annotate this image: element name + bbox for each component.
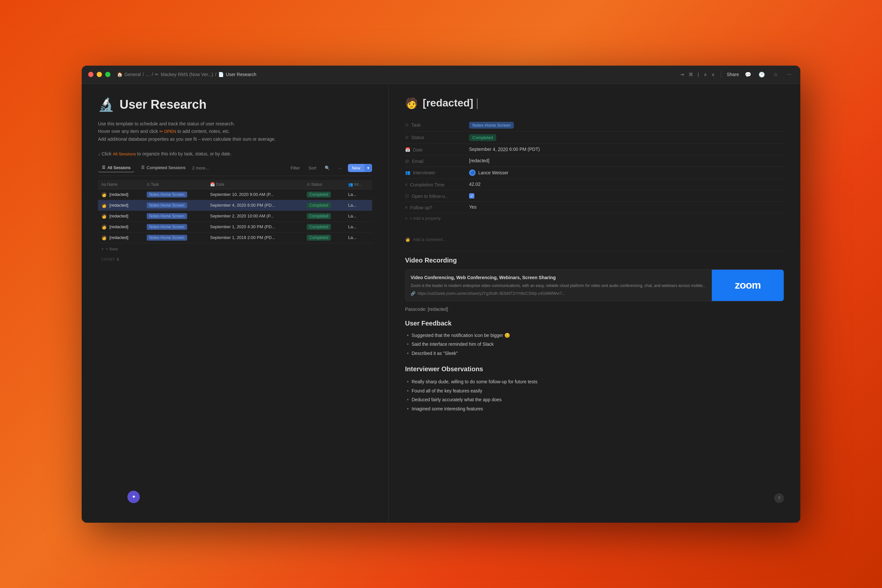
help-button[interactable]: ?: [774, 494, 784, 503]
more-menu-icon[interactable]: ···: [785, 70, 794, 79]
link-icon: 🔗: [411, 291, 416, 296]
all-sessions-link[interactable]: All Sessions: [113, 152, 136, 156]
close-button[interactable]: [88, 72, 93, 77]
interviewer-value[interactable]: 🔵 Lance Weisser: [469, 170, 784, 176]
plus-icon: +: [101, 246, 104, 251]
breadcrumb-ellipsis: ...: [146, 72, 150, 77]
table-row[interactable]: 🧑 [redacted] Notes Home Screen September…: [98, 221, 372, 232]
tab-all-sessions[interactable]: ☰ All Sessions: [98, 164, 135, 172]
cell-date: September 1, 2019 2:00 PM (PD...: [207, 232, 304, 243]
cursor: [477, 99, 478, 109]
count-row: COUNT 8: [98, 255, 372, 264]
open-link[interactable]: ✏ OPEN: [159, 129, 176, 134]
down-arrow-icon[interactable]: ∨: [711, 72, 715, 77]
breadcrumb-page-icon: 📄: [218, 72, 224, 77]
clock-icon[interactable]: 🕐: [757, 70, 766, 79]
cell-status: Completed: [304, 211, 345, 221]
page-emoji: 🔬: [98, 97, 114, 112]
completion-time-value[interactable]: 42.02: [469, 182, 784, 187]
observations-list: Really sharp dude, willing to do some fo…: [405, 378, 784, 413]
col-interviewer: 👥 Int...: [345, 180, 372, 189]
breadcrumb-current[interactable]: User Research: [226, 72, 256, 77]
avatar: 🔵: [469, 170, 476, 176]
comment-icon[interactable]: 💬: [744, 70, 753, 79]
task-prop-icon: ⊙: [405, 122, 409, 128]
table-header-row: Aa Name ⊙ Task 📅 Date ⊙ Status 👥 Int...: [98, 180, 372, 189]
more-tabs-btn[interactable]: 2 more...: [192, 165, 209, 170]
sort-button[interactable]: Sort: [306, 164, 319, 172]
breadcrumb-pencil-icon: ✏: [155, 72, 159, 77]
task-value[interactable]: Notes Home Screen: [469, 122, 784, 129]
email-label: Email: [412, 159, 423, 164]
row-emoji: 🧑: [101, 213, 107, 219]
more-toolbar-icon[interactable]: ···: [336, 164, 345, 172]
row-emoji: 🧑: [101, 192, 107, 197]
tab-all-sessions-label: All Sessions: [107, 165, 131, 170]
desc-line2: Hover over any item and click ✏ OPEN to …: [98, 128, 372, 135]
sidebar-toggle-btn[interactable]: ✦: [128, 491, 140, 503]
sidebar-toggle-icon[interactable]: ⇥: [680, 72, 684, 77]
filter-button[interactable]: Filter: [288, 164, 302, 172]
list-item: Deduced fairly accurately what the app d…: [405, 396, 784, 404]
table-row[interactable]: 🧑 [redacted] Notes Home Screen September…: [98, 232, 372, 243]
date-label: Date: [413, 147, 423, 153]
new-button-group: New ▾: [348, 164, 372, 172]
video-title: Video Conferencing, Web Conferencing, We…: [411, 275, 706, 280]
tab-completed-sessions[interactable]: ☰ Completed Sessions: [137, 164, 189, 172]
count-label: COUNT: [101, 257, 115, 262]
table-row[interactable]: 🧑 [redacted] Notes Home Screen September…: [98, 211, 372, 221]
prop-follow-up: ≡ Follow up? Yes: [405, 202, 784, 213]
video-card[interactable]: Video Conferencing, Web Conferencing, We…: [405, 269, 784, 302]
email-value[interactable]: [redacted]: [469, 158, 784, 163]
new-button[interactable]: New: [348, 164, 364, 172]
checkbox-checked[interactable]: ✓: [469, 193, 474, 198]
tab-completed-icon: ☰: [141, 165, 145, 170]
task-label: Task: [411, 122, 421, 128]
name-sort-icon: Aa: [101, 182, 107, 187]
cursor-icon[interactable]: ⌘: [689, 72, 693, 77]
new-button-arrow[interactable]: ▾: [364, 164, 372, 172]
status-value[interactable]: Completed: [469, 134, 784, 141]
properties-section: ⊙ Task Notes Home Screen ⊙ Status: [405, 119, 784, 224]
name-text: [redacted]: [110, 203, 128, 208]
table-row[interactable]: 🧑 [redacted] Notes Home Screen September…: [98, 189, 372, 200]
cell-date: September 1, 2020 4:30 PM (PD...: [207, 221, 304, 232]
date-value[interactable]: September 4, 2020 6:00 PM (PDT): [469, 147, 784, 152]
status-prop-icon: ⊙: [405, 135, 409, 140]
cell-date: September 4, 2020 6:00 PM (PD...: [207, 200, 304, 211]
breadcrumb-general[interactable]: General: [125, 72, 141, 77]
table-row[interactable]: 🧑 [redacted] Notes Home Screen September…: [98, 200, 372, 211]
breadcrumb-parent[interactable]: Mackey RMS (Now Ver...): [161, 72, 213, 77]
maximize-button[interactable]: [105, 72, 110, 77]
video-info: Video Conferencing, Web Conferencing, We…: [406, 270, 712, 301]
cell-interviewer: La...: [345, 189, 372, 200]
traffic-lights: [88, 72, 110, 77]
main-content: 🔬 User Research Use this template to sch…: [82, 84, 800, 523]
add-property-btn[interactable]: + + Add a property: [405, 213, 784, 224]
sidebar-toggle-icon: ✦: [132, 494, 136, 500]
star-icon[interactable]: ☆: [771, 70, 780, 79]
minimize-button[interactable]: [97, 72, 102, 77]
row-emoji: 🧑: [101, 235, 107, 240]
right-panel: 🧑 [redacted] ⊙ Task Notes Home: [389, 84, 800, 523]
add-comment-field[interactable]: 🧑 Add a comment...: [405, 233, 784, 246]
follow-up-value[interactable]: Yes: [469, 204, 784, 210]
sessions-table: Aa Name ⊙ Task 📅 Date ⊙ Status 👥 Int...: [98, 180, 372, 243]
toolbar-actions: Filter Sort 🔍 ··· New ▾: [288, 164, 372, 172]
prop-task: ⊙ Task Notes Home Screen: [405, 119, 784, 132]
video-recording-title: Video Recording: [405, 256, 784, 264]
desc-line1: Use this template to schedule and track …: [98, 120, 372, 128]
col-status: ⊙ Status: [304, 180, 345, 189]
add-new-row-btn[interactable]: + + New: [98, 243, 372, 255]
search-icon[interactable]: 🔍: [322, 164, 332, 172]
share-button[interactable]: Share: [727, 72, 739, 77]
up-arrow-icon[interactable]: ∧: [704, 72, 707, 77]
cell-status: Completed: [304, 232, 345, 243]
follow-up-label: Follow up?: [410, 205, 433, 210]
comment-avatar: 🧑: [405, 237, 410, 242]
video-link[interactable]: 🔗 https://us02web.zoom.us/rec/share/y2Yg…: [411, 291, 706, 296]
prop-open-follow: ☑ Open to follow-u... ✓: [405, 190, 784, 202]
open-follow-value[interactable]: ✓: [469, 193, 784, 199]
name-text: [redacted]: [110, 213, 128, 218]
email-prop-icon: @: [405, 159, 409, 164]
